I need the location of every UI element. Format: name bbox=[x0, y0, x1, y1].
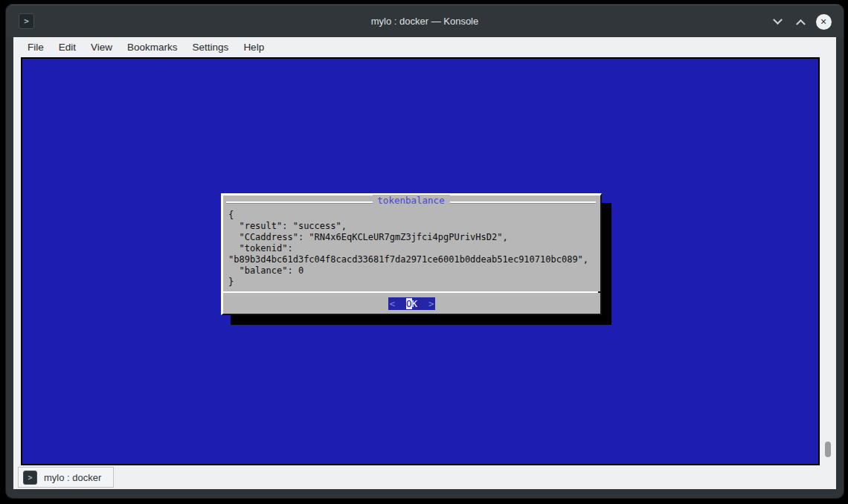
window-controls: × bbox=[769, 5, 832, 38]
prompt-glyph: > bbox=[24, 16, 29, 26]
scrollbar-thumb[interactable] bbox=[825, 442, 831, 457]
close-button[interactable]: × bbox=[815, 13, 832, 30]
konsole-window: > mylo : docker — Konsole × File Edit Vi… bbox=[6, 4, 844, 498]
menu-file[interactable]: File bbox=[20, 39, 51, 55]
menu-view[interactable]: View bbox=[83, 39, 120, 55]
dialog-json-output: { "result": "success", "CCaddress": "RN4… bbox=[223, 207, 600, 291]
ok-close-bracket: > bbox=[417, 298, 434, 309]
ok-button[interactable]: < OK > bbox=[388, 297, 434, 310]
terminal-viewport[interactable]: tokenbalance { "result": "success", "CCa… bbox=[21, 57, 820, 465]
terminal-row: tokenbalance { "result": "success", "CCa… bbox=[13, 57, 836, 465]
maximize-button[interactable] bbox=[792, 13, 809, 30]
tab-mylo-docker[interactable]: > mylo : docker bbox=[18, 467, 114, 488]
minimize-button[interactable] bbox=[769, 13, 786, 30]
window-title: mylo : docker — Konsole bbox=[6, 16, 844, 27]
ok-open-bracket: < bbox=[389, 298, 406, 309]
konsole-app-icon[interactable]: > bbox=[19, 13, 34, 29]
dialog-title: tokenbalance bbox=[372, 195, 449, 206]
menu-bookmarks[interactable]: Bookmarks bbox=[120, 39, 185, 55]
ok-label-rest: K bbox=[412, 298, 418, 309]
tab-label: mylo : docker bbox=[44, 472, 101, 483]
chevron-down-icon bbox=[773, 15, 783, 25]
tabbar: > mylo : docker bbox=[13, 465, 836, 489]
prompt-glyph: > bbox=[28, 474, 32, 482]
menu-edit[interactable]: Edit bbox=[51, 39, 83, 55]
chevron-up-icon bbox=[796, 19, 806, 28]
menubar: File Edit View Bookmarks Settings Help bbox=[13, 37, 836, 57]
konsole-tab-icon: > bbox=[23, 471, 37, 485]
dialog-button-row: < OK > bbox=[223, 293, 600, 314]
dialog-separator bbox=[223, 291, 600, 293]
titlebar[interactable]: > mylo : docker — Konsole × bbox=[6, 4, 844, 37]
menu-settings[interactable]: Settings bbox=[185, 39, 237, 55]
menu-help[interactable]: Help bbox=[236, 39, 272, 55]
terminal-scrollbar[interactable] bbox=[820, 57, 836, 465]
dialog-title-row: tokenbalance bbox=[226, 196, 596, 207]
close-icon: × bbox=[816, 14, 832, 30]
window-body: File Edit View Bookmarks Settings Help t… bbox=[13, 37, 836, 489]
tokenbalance-dialog: tokenbalance { "result": "success", "CCa… bbox=[221, 193, 602, 315]
ok-cursor-char: O bbox=[406, 298, 412, 309]
